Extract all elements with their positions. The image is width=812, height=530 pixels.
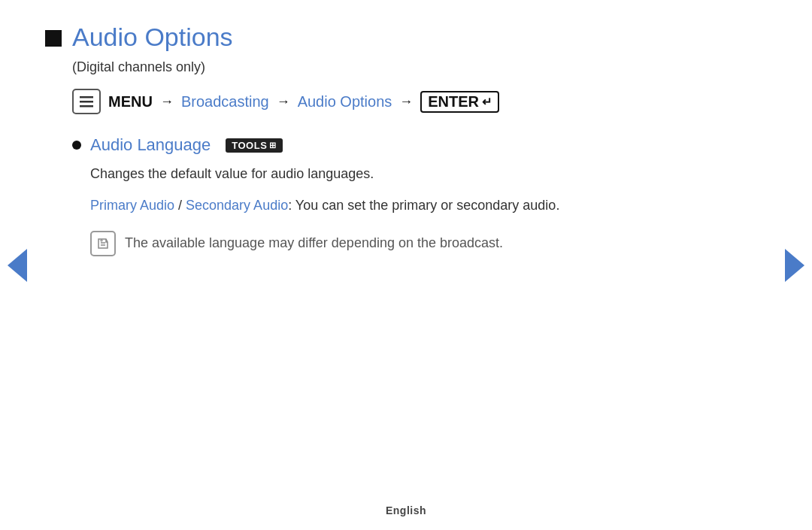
tools-badge: TOOLS ⊞ xyxy=(226,138,283,153)
body-text: : You can set the primary or secondary a… xyxy=(288,198,559,213)
footer-language: English xyxy=(386,504,426,516)
note-icon xyxy=(90,231,116,256)
arrow-3: → xyxy=(399,94,413,110)
next-arrow-button[interactable] xyxy=(785,249,804,282)
primary-secondary-row: Primary Audio / Secondary Audio: You can… xyxy=(90,195,767,217)
arrow-1: → xyxy=(160,94,174,110)
page-container: Audio Options (Digital channels only) ME… xyxy=(0,0,812,530)
bullet-section: Audio Language TOOLS ⊞ Changes the defau… xyxy=(72,135,767,256)
enter-label: ENTER xyxy=(428,93,479,111)
bullet-dot-icon xyxy=(72,141,81,150)
breadcrumb-audio-options: Audio Options xyxy=(298,93,392,111)
tools-label: TOOLS xyxy=(232,140,267,151)
menu-icon xyxy=(72,89,101,114)
bullet-title-row: Audio Language TOOLS ⊞ xyxy=(72,135,767,155)
subtitle: (Digital channels only) xyxy=(72,59,767,75)
breadcrumb-broadcasting: Broadcasting xyxy=(181,93,269,111)
tools-small-icon: ⊞ xyxy=(269,141,277,150)
slash: / xyxy=(174,198,186,213)
enter-icon: ↵ xyxy=(482,95,492,109)
enter-badge: ENTER ↵ xyxy=(420,91,499,113)
page-title: Audio Options xyxy=(72,23,233,52)
note-text: The available language may differ depend… xyxy=(125,230,503,253)
primary-audio-link: Primary Audio xyxy=(90,198,174,213)
svg-rect-1 xyxy=(80,101,93,103)
breadcrumb: MENU → Broadcasting → Audio Options → EN… xyxy=(72,89,767,114)
arrow-2: → xyxy=(277,94,290,110)
title-row: Audio Options xyxy=(45,23,767,52)
note-row: The available language may differ depend… xyxy=(90,230,767,256)
svg-rect-2 xyxy=(80,105,93,108)
svg-rect-0 xyxy=(80,96,93,98)
description-text: Changes the default value for audio lang… xyxy=(90,164,767,184)
audio-language-label: Audio Language xyxy=(90,135,211,155)
secondary-audio-link: Secondary Audio xyxy=(186,198,288,213)
title-square-icon xyxy=(45,30,62,47)
prev-arrow-button[interactable] xyxy=(8,249,27,282)
menu-label: MENU xyxy=(108,93,153,111)
